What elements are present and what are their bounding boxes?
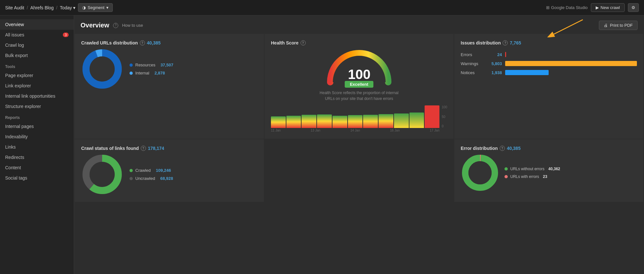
crawl-status-legend: Crawled 109,246 Uncrawled 68,928 — [130, 168, 173, 181]
main-layout: Overview All issues 3 Crawl log Bulk exp… — [0, 15, 644, 274]
issues-distribution-title: Issues distribution ? 7,765 — [461, 40, 637, 45]
crawled-urls-content: Resources 37,507 Internal 2,878 — [81, 48, 257, 90]
breadcrumb: Site Audit / Ahrefs Blog / Today ▾ — [5, 5, 75, 10]
svg-point-10 — [468, 161, 492, 184]
sidebar-item-links[interactable]: Links — [0, 142, 74, 152]
crawled-urls-legend: Resources 37,507 Internal 2,878 — [130, 63, 173, 75]
bar-8 — [379, 114, 393, 128]
sidebar-item-content[interactable]: Content — [0, 162, 74, 173]
tools-section-label: Tools — [0, 61, 74, 70]
google-data-studio-button[interactable]: ⊞ Google Data Studio — [546, 5, 588, 10]
no-errors-dot — [505, 167, 508, 171]
print-to-pdf-button[interactable]: 🖨 Print to PDF — [599, 21, 638, 30]
bar-11 — [425, 105, 439, 128]
errors-bar-container — [505, 52, 637, 57]
top-bar: Site Audit / Ahrefs Blog / Today ▾ ◑ Seg… — [0, 0, 644, 15]
bar-5 — [332, 116, 347, 128]
issues-distribution-card: Issues distribution ? 7,765 Errors 24 Wa… — [454, 34, 643, 139]
print-icon: 🖨 — [604, 23, 608, 28]
reports-section-label: Reports — [0, 112, 74, 121]
health-gauge: 100 — [327, 47, 391, 85]
health-score-title: Health Score ? — [271, 40, 447, 45]
bar-6 — [348, 115, 363, 128]
sidebar-item-page-explorer[interactable]: Page explorer — [0, 70, 74, 81]
legend-crawled: Crawled 109,246 — [130, 168, 173, 173]
health-excellent-badge: Excellent — [345, 81, 373, 88]
legend-internal: Internal 2,878 — [130, 71, 173, 75]
chart-y-labels: 100 50 0 — [442, 105, 447, 128]
issues-errors-row: Errors 24 — [461, 52, 637, 57]
error-distribution-title: Error distribution ? 40,385 — [461, 146, 637, 151]
top-bar-right: ⊞ Google Data Studio ▶ New crawl ⚙ — [546, 3, 639, 12]
bar-3 — [302, 115, 316, 128]
warnings-bar — [505, 61, 637, 66]
sidebar-item-social-tags[interactable]: Social tags — [0, 173, 74, 183]
crawl-status-info-icon[interactable]: ? — [141, 146, 146, 151]
dropdown-arrow-icon: ▾ — [106, 5, 109, 10]
notices-bar — [505, 70, 549, 75]
sidebar-item-crawl-log[interactable]: Crawl log — [0, 40, 74, 50]
settings-button[interactable]: ⚙ — [628, 3, 639, 12]
chart-x-labels: 11 Jan 13 Jan 14 Jan 16 Jan 17 Jan — [271, 129, 447, 132]
sidebar-item-structure-explorer[interactable]: Structure explorer — [0, 101, 74, 112]
error-distribution-legend: URLs without errors 40,362 URLs with err… — [505, 167, 560, 179]
title-info-icon[interactable]: ? — [113, 23, 118, 28]
crawled-urls-info-icon[interactable]: ? — [140, 40, 145, 45]
play-icon: ▶ — [596, 5, 599, 10]
bar-9 — [394, 113, 409, 128]
legend-resources: Resources 37,507 — [130, 63, 173, 67]
notices-bar-container — [505, 70, 637, 75]
sidebar: Overview All issues 3 Crawl log Bulk exp… — [0, 15, 74, 274]
cards-grid: Crawled URLs distribution ? 40,385 — [74, 34, 644, 202]
sidebar-item-link-explorer[interactable]: Link explorer — [0, 81, 74, 91]
health-mini-chart: 100 50 0 — [271, 105, 447, 128]
health-chart-container: 100 50 0 11 Jan 13 Jan 14 Jan 16 Jan 17 … — [271, 105, 447, 132]
warnings-bar-container — [505, 61, 637, 66]
errors-bar — [505, 52, 506, 57]
main-content: Overview ? How to use 🖨 Print to PDF Cra… — [74, 15, 644, 274]
error-distribution-content: URLs without errors 40,362 URLs with err… — [461, 153, 637, 192]
settings-icon: ⚙ — [631, 5, 635, 10]
bar-2 — [286, 116, 301, 128]
bar-4 — [317, 114, 332, 128]
crawled-urls-title: Crawled URLs distribution ? 40,385 — [81, 40, 257, 45]
svg-text:100: 100 — [348, 67, 370, 82]
issues-notices-row: Notices 1,938 — [461, 70, 637, 75]
new-crawl-button[interactable]: ▶ New crawl — [591, 3, 625, 12]
crawl-status-card: Crawl status of links found ? 178,174 — [75, 139, 264, 202]
crawled-urls-donut — [81, 48, 123, 90]
health-score-info-icon[interactable]: ? — [301, 40, 306, 45]
sidebar-item-overview[interactable]: Overview — [0, 19, 74, 30]
sidebar-item-redirects[interactable]: Redirects — [0, 152, 74, 162]
segment-button[interactable]: ◑ Segment ▾ — [78, 3, 113, 12]
sidebar-item-indexability[interactable]: Indexability — [0, 132, 74, 142]
bar-10 — [409, 113, 424, 128]
bar-7 — [363, 115, 378, 128]
sidebar-item-internal-pages[interactable]: Internal pages — [0, 121, 74, 132]
legend-uncrawled: Uncrawled 68,928 — [130, 176, 173, 181]
resources-dot — [130, 64, 133, 67]
issues-warnings-row: Warnings 5,803 — [461, 61, 637, 66]
all-issues-badge: 3 — [63, 33, 69, 37]
content-header: Overview ? How to use 🖨 Print to PDF — [74, 15, 644, 34]
bar-1 — [271, 116, 286, 128]
svg-point-7 — [90, 162, 115, 187]
sidebar-item-all-issues[interactable]: All issues 3 — [0, 30, 74, 40]
health-score-card: Health Score ? — [264, 34, 454, 139]
issues-rows: Errors 24 Warnings 5,803 N — [461, 52, 637, 75]
no-errors-item: URLs without errors 40,362 — [505, 167, 560, 171]
with-errors-item: URLs with errors 23 — [505, 174, 560, 179]
error-dist-info-icon[interactable]: ? — [500, 146, 505, 151]
how-to-use-link[interactable]: How to use — [122, 23, 143, 28]
crawl-status-content: Crawled 109,246 Uncrawled 68,928 — [81, 153, 257, 195]
issues-info-icon[interactable]: ? — [503, 40, 508, 45]
crawled-urls-card: Crawled URLs distribution ? 40,385 — [75, 34, 264, 139]
page-title: Overview — [81, 22, 109, 29]
health-description: Health Score reflects the proportion of … — [320, 90, 399, 102]
top-bar-left: Site Audit / Ahrefs Blog / Today ▾ ◑ Seg… — [5, 3, 113, 12]
crawl-status-donut — [81, 153, 123, 195]
sidebar-item-bulk-export[interactable]: Bulk export — [0, 50, 74, 61]
crawl-status-title: Crawl status of links found ? 178,174 — [81, 146, 257, 151]
sidebar-item-internal-link-opportunities[interactable]: Internal link opportunities — [0, 91, 74, 101]
empty-middle-card — [264, 139, 454, 202]
